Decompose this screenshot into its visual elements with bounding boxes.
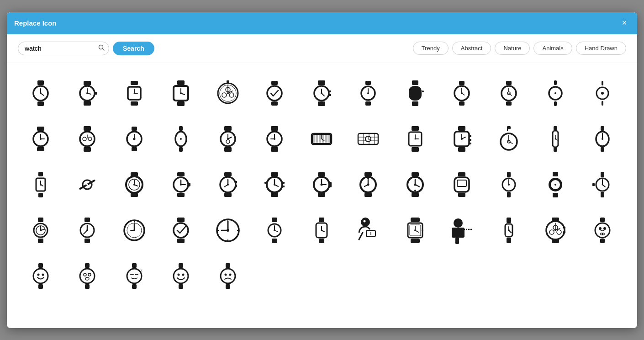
icon-12[interactable] [533, 70, 578, 116]
icon-63[interactable] [205, 253, 251, 299]
svg-rect-116 [328, 135, 331, 143]
icon-47[interactable] [158, 207, 204, 253]
icon-10[interactable] [439, 70, 485, 116]
svg-rect-202 [318, 193, 325, 197]
icon-5[interactable] [205, 70, 251, 116]
icon-43[interactable] [580, 162, 625, 207]
icon-11[interactable] [486, 70, 532, 116]
svg-rect-112 [316, 135, 318, 143]
icon-37[interactable] [345, 162, 391, 207]
icon-32[interactable] [111, 162, 157, 207]
icon-9[interactable] [392, 70, 438, 116]
svg-point-324 [599, 227, 602, 230]
svg-rect-11 [95, 92, 97, 95]
icon-36[interactable] [299, 162, 344, 207]
icon-2[interactable] [64, 70, 110, 116]
icon-31[interactable] [64, 162, 110, 207]
icon-35[interactable] [252, 162, 297, 207]
svg-rect-72 [602, 81, 603, 85]
icon-27[interactable] [486, 116, 532, 162]
svg-point-109 [274, 138, 275, 140]
svg-rect-62 [506, 81, 512, 85]
svg-rect-22 [177, 101, 185, 106]
svg-rect-346 [226, 263, 230, 268]
search-button[interactable]: Search [113, 42, 154, 55]
icon-29[interactable] [580, 116, 625, 162]
svg-rect-3 [37, 101, 44, 106]
icon-4[interactable] [158, 70, 204, 116]
icon-17[interactable] [158, 116, 204, 162]
icon-28[interactable] [533, 116, 578, 162]
svg-point-343 [174, 269, 188, 283]
svg-point-306 [508, 229, 510, 231]
search-input[interactable] [18, 42, 109, 55]
icon-57[interactable] [533, 207, 578, 253]
filter-abstract[interactable]: Abstract [452, 42, 491, 55]
search-icon-button[interactable] [98, 44, 105, 52]
svg-line-14 [87, 93, 91, 94]
icon-7[interactable] [299, 70, 344, 116]
icon-8[interactable] [345, 70, 391, 116]
icon-44[interactable] [18, 207, 63, 253]
icon-6[interactable] [252, 70, 297, 116]
icon-48[interactable] [205, 207, 251, 253]
svg-rect-140 [470, 143, 471, 144]
svg-rect-201 [318, 172, 325, 176]
svg-point-169 [86, 184, 88, 186]
svg-point-345 [182, 273, 185, 276]
filter-animals[interactable]: Animals [533, 42, 572, 55]
svg-rect-56 [459, 81, 465, 85]
icon-53[interactable] [345, 207, 391, 253]
icon-13[interactable] [580, 70, 625, 116]
icon-22[interactable] [392, 116, 438, 162]
svg-rect-274 [272, 239, 277, 243]
icon-60[interactable] [64, 253, 110, 299]
svg-rect-63 [506, 101, 512, 106]
svg-rect-138 [470, 135, 471, 137]
svg-rect-53 [412, 101, 418, 106]
icon-1[interactable] [18, 70, 63, 116]
svg-rect-192 [271, 172, 278, 176]
svg-rect-263 [177, 239, 185, 243]
icon-61[interactable]: zz [111, 253, 157, 299]
filter-hand-drawn[interactable]: Hand Drawn [576, 42, 626, 55]
icon-45[interactable] [64, 207, 110, 253]
icon-16[interactable] [111, 116, 157, 162]
icon-34[interactable] [205, 162, 251, 207]
icon-21[interactable] [345, 116, 391, 162]
svg-rect-98 [224, 147, 232, 152]
icon-62[interactable] [158, 253, 204, 299]
icon-46[interactable] [111, 207, 157, 253]
svg-rect-162 [38, 193, 43, 197]
icon-58[interactable] [580, 207, 625, 253]
icon-23[interactable] [439, 116, 485, 162]
icon-55[interactable] [439, 207, 485, 253]
icon-50[interactable] [299, 207, 344, 253]
icon-3[interactable] [111, 70, 157, 116]
icon-18[interactable] [205, 116, 251, 162]
icon-15[interactable] [64, 116, 110, 162]
icon-41[interactable] [486, 162, 532, 207]
close-button[interactable]: × [619, 18, 630, 29]
svg-rect-326 [38, 263, 43, 268]
svg-rect-35 [227, 80, 229, 83]
filter-nature[interactable]: Nature [495, 42, 530, 55]
icon-14[interactable] [18, 116, 63, 162]
svg-rect-319 [600, 218, 605, 222]
icon-49[interactable] [252, 207, 297, 253]
svg-rect-105 [271, 147, 278, 152]
icon-56[interactable] [486, 207, 532, 253]
icon-19[interactable] [252, 116, 297, 162]
svg-rect-332 [85, 284, 90, 289]
svg-rect-232 [553, 193, 558, 197]
icon-40[interactable] [439, 162, 485, 207]
icon-59[interactable] [18, 253, 63, 299]
icon-30[interactable] [18, 162, 63, 207]
svg-point-321 [595, 223, 610, 238]
filter-trendy[interactable]: Trendy [413, 42, 449, 55]
icon-38[interactable] [392, 162, 438, 207]
icon-33[interactable] [158, 162, 204, 207]
icon-42[interactable] [533, 162, 578, 207]
icon-20[interactable] [299, 116, 344, 162]
icon-54[interactable] [392, 207, 438, 253]
